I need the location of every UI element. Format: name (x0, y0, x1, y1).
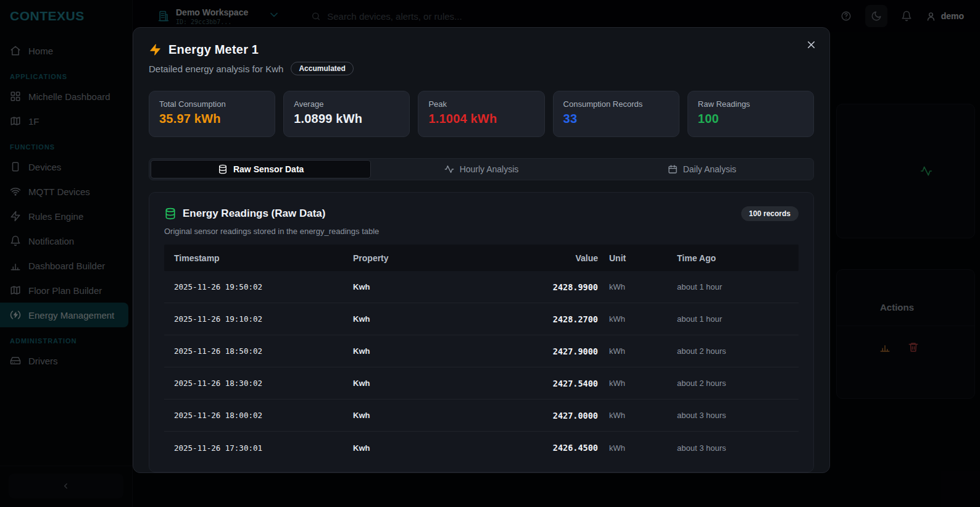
energy-readings-panel: Energy Readings (Raw Data) 100 records O… (149, 192, 814, 472)
cell-value: 2428.9900 (507, 282, 609, 292)
close-icon (805, 39, 817, 51)
stat-value: 33 (563, 112, 669, 126)
energy-meter-modal: Energy Meter 1 Detailed energy analysis … (133, 27, 830, 473)
tab-label: Hourly Analysis (460, 164, 519, 174)
table-row[interactable]: 2025-11-26 18:00:02 Kwh 2427.0000 kWh ab… (164, 400, 799, 432)
stat-value: 1.1004 kWh (428, 112, 534, 126)
cell-unit: kWh (609, 314, 677, 324)
cell-unit: kWh (609, 346, 677, 356)
panel-subtitle: Original sensor readings stored in the e… (164, 227, 799, 236)
cell-time-ago: about 2 hours (677, 346, 789, 356)
cell-value: 2427.0000 (507, 411, 609, 421)
cell-time-ago: about 3 hours (677, 443, 789, 453)
col-unit: Unit (609, 253, 677, 263)
cell-value: 2428.2700 (507, 314, 609, 324)
col-timestamp: Timestamp (174, 253, 353, 263)
stat-label: Raw Readings (698, 99, 804, 109)
modal-subtitle: Detailed energy analysis for Kwh (149, 64, 283, 74)
cell-property: Kwh (353, 379, 507, 388)
database-icon (164, 207, 176, 220)
cell-timestamp: 2025-11-26 18:50:02 (174, 346, 353, 356)
records-count-badge: 100 records (741, 206, 799, 221)
cell-value: 2426.4500 (507, 443, 609, 453)
cell-timestamp: 2025-11-26 19:50:02 (174, 282, 353, 291)
cell-unit: kWh (609, 411, 677, 420)
stat-label: Average (294, 99, 399, 109)
activity-icon (444, 164, 454, 174)
tab-daily-analysis[interactable]: Daily Analysis (592, 160, 812, 178)
modal-title: Energy Meter 1 (168, 43, 259, 57)
close-button[interactable] (805, 39, 817, 53)
cell-time-ago: about 3 hours (677, 411, 789, 420)
cell-property: Kwh (353, 314, 507, 324)
cell-property: Kwh (353, 443, 507, 453)
cell-property: Kwh (353, 282, 507, 291)
col-time-ago: Time Ago (677, 253, 789, 263)
table-row[interactable]: 2025-11-26 18:30:02 Kwh 2427.5400 kWh ab… (164, 367, 799, 400)
tab-label: Daily Analysis (683, 164, 736, 174)
cell-unit: kWh (609, 379, 677, 388)
zap-icon (149, 43, 162, 56)
stat-label: Consumption Records (563, 99, 669, 109)
table-row[interactable]: 2025-11-26 19:10:02 Kwh 2428.2700 kWh ab… (164, 303, 799, 335)
stat-card-raw-readings: Raw Readings 100 (687, 91, 814, 137)
tab-raw-sensor-data[interactable]: Raw Sensor Data (151, 160, 371, 178)
analysis-tabs: Raw Sensor Data Hourly Analysis Daily An… (149, 158, 814, 180)
cell-timestamp: 2025-11-26 18:30:02 (174, 379, 353, 388)
cell-timestamp: 2025-11-26 18:00:02 (174, 411, 353, 420)
stat-value: 100 (698, 112, 804, 126)
readings-table: Timestamp Property Value Unit Time Ago 2… (164, 245, 799, 464)
accumulated-badge: Accumulated (291, 62, 353, 75)
stat-card-consumption-records: Consumption Records 33 (553, 91, 679, 137)
cell-time-ago: about 1 hour (677, 314, 789, 324)
table-row[interactable]: 2025-11-26 18:50:02 Kwh 2427.9000 kWh ab… (164, 335, 799, 367)
cell-unit: kWh (609, 443, 677, 453)
cell-time-ago: about 2 hours (677, 379, 789, 388)
cell-property: Kwh (353, 411, 507, 420)
cell-timestamp: 2025-11-26 19:10:02 (174, 314, 353, 324)
table-row[interactable]: 2025-11-26 19:50:02 Kwh 2428.9900 kWh ab… (164, 271, 799, 303)
cell-value: 2427.5400 (507, 379, 609, 388)
stat-card-average: Average 1.0899 kWh (283, 91, 410, 137)
panel-title: Energy Readings (Raw Data) (183, 207, 325, 220)
cell-unit: kWh (609, 282, 677, 291)
tab-label: Raw Sensor Data (233, 164, 304, 174)
cell-time-ago: about 1 hour (677, 282, 789, 291)
cell-value: 2427.9000 (507, 346, 609, 356)
col-value: Value (507, 253, 609, 263)
stat-cards: Total Consumption 35.97 kWh Average 1.08… (149, 91, 814, 137)
stat-value: 35.97 kWh (159, 112, 265, 126)
col-property: Property (353, 253, 507, 263)
table-header-row: Timestamp Property Value Unit Time Ago (164, 245, 799, 271)
database-icon (218, 164, 228, 174)
cell-property: Kwh (353, 346, 507, 356)
stat-card-peak: Peak 1.1004 kWh (418, 91, 544, 137)
calendar-icon (668, 164, 678, 174)
stat-label: Total Consumption (159, 99, 265, 109)
stat-value: 1.0899 kWh (294, 112, 399, 126)
table-row[interactable]: 2025-11-26 17:30:01 Kwh 2426.4500 kWh ab… (164, 432, 799, 464)
tab-hourly-analysis[interactable]: Hourly Analysis (371, 160, 591, 178)
stat-card-total-consumption: Total Consumption 35.97 kWh (149, 91, 275, 137)
cell-timestamp: 2025-11-26 17:30:01 (174, 443, 353, 453)
stat-label: Peak (428, 99, 534, 109)
app-root: CONTEXUS Home APPLICATIONS Michelle Dash… (0, 0, 980, 507)
